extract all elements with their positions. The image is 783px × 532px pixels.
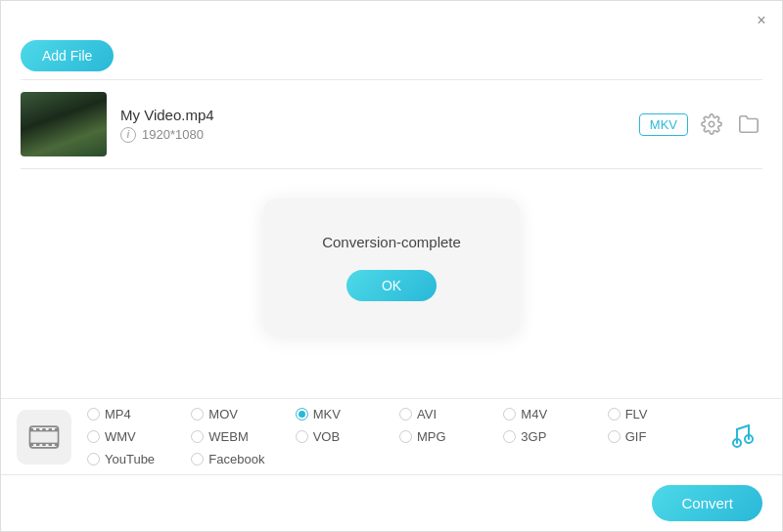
svg-rect-5: [55, 428, 59, 431]
format-label-mp4: MP4: [105, 407, 131, 421]
top-section: Add File: [1, 36, 782, 79]
file-resolution: 1920*1080: [142, 127, 204, 142]
format-label-webm: WEBM: [208, 429, 248, 444]
format-label-avi: AVI: [417, 407, 437, 421]
format-label-wmv: WMV: [105, 429, 136, 444]
format-options-grid: MP4 MOV MKV AVI M4V FLV: [87, 407, 712, 466]
radio-vob[interactable]: [296, 430, 308, 443]
radio-webm[interactable]: [191, 430, 204, 443]
format-label-m4v: M4V: [521, 407, 547, 421]
svg-rect-9: [42, 428, 46, 431]
folder-icon[interactable]: [735, 111, 762, 138]
svg-rect-12: [49, 443, 53, 446]
add-file-button[interactable]: Add File: [21, 40, 114, 71]
dialog-overlay: Conversion-complete OK: [1, 169, 782, 365]
svg-rect-3: [30, 428, 34, 431]
video-format-icon[interactable]: [17, 410, 71, 465]
radio-facebook[interactable]: [191, 453, 204, 466]
svg-rect-11: [49, 428, 53, 431]
format-label-3gp: 3GP: [521, 429, 546, 444]
format-label-mov: MOV: [208, 407, 238, 421]
radio-m4v[interactable]: [503, 408, 516, 421]
radio-mkv[interactable]: [296, 408, 308, 421]
info-icon[interactable]: i: [120, 127, 136, 143]
format-option-webm[interactable]: WEBM: [191, 429, 295, 444]
format-badge[interactable]: MKV: [639, 113, 688, 136]
thumbnail-image: [21, 92, 107, 156]
radio-mpg[interactable]: [399, 430, 412, 443]
title-bar: ×: [1, 1, 782, 36]
format-label-vob: VOB: [313, 429, 340, 444]
svg-rect-10: [42, 443, 46, 446]
radio-gif[interactable]: [608, 430, 621, 443]
file-info: My Video.mp4 i 1920*1080: [120, 107, 625, 143]
format-label-facebook: Facebook: [208, 452, 264, 466]
svg-point-0: [709, 121, 714, 127]
format-option-facebook[interactable]: Facebook: [191, 452, 295, 466]
dialog-message: Conversion-complete: [322, 234, 461, 250]
format-option-avi[interactable]: AVI: [399, 407, 503, 421]
svg-rect-7: [36, 428, 40, 431]
format-option-mpg[interactable]: MPG: [399, 429, 503, 444]
format-option-vob[interactable]: VOB: [296, 429, 399, 444]
convert-bar: Convert: [1, 475, 782, 531]
file-name: My Video.mp4: [120, 107, 625, 123]
format-option-mp4[interactable]: MP4: [87, 407, 191, 421]
format-option-mov[interactable]: MOV: [191, 407, 295, 421]
main-content: Conversion-complete OK: [1, 169, 782, 365]
format-label-gif: GIF: [625, 429, 647, 444]
bottom-section: MP4 MOV MKV AVI M4V FLV: [1, 398, 782, 531]
radio-wmv[interactable]: [87, 430, 100, 443]
format-label-youtube: YouTube: [105, 452, 155, 466]
format-option-m4v[interactable]: M4V: [503, 407, 607, 421]
svg-rect-4: [30, 443, 34, 446]
format-option-gif[interactable]: GIF: [608, 429, 712, 444]
format-label-mkv: MKV: [313, 407, 341, 421]
svg-rect-2: [30, 430, 59, 443]
format-option-wmv[interactable]: WMV: [87, 429, 191, 444]
format-option-3gp[interactable]: 3GP: [503, 429, 607, 444]
settings-icon[interactable]: [698, 111, 725, 138]
conversion-dialog: Conversion-complete OK: [263, 199, 520, 336]
dialog-ok-button[interactable]: OK: [346, 270, 437, 301]
svg-rect-6: [55, 443, 59, 446]
radio-mov[interactable]: [191, 408, 204, 421]
radio-youtube[interactable]: [87, 453, 100, 466]
radio-avi[interactable]: [399, 408, 412, 421]
format-option-mkv[interactable]: MKV: [296, 407, 399, 421]
format-label-mpg: MPG: [417, 429, 446, 444]
format-label-flv: FLV: [625, 407, 648, 421]
format-option-flv[interactable]: FLV: [608, 407, 712, 421]
audio-format-icon[interactable]: [719, 414, 766, 461]
file-meta: i 1920*1080: [120, 127, 625, 143]
svg-rect-8: [36, 443, 40, 446]
file-row: My Video.mp4 i 1920*1080 MKV: [1, 80, 782, 168]
file-thumbnail: [21, 92, 107, 156]
close-button[interactable]: ×: [753, 12, 770, 29]
convert-button[interactable]: Convert: [652, 485, 762, 521]
radio-mp4[interactable]: [87, 408, 100, 421]
file-actions: MKV: [639, 111, 762, 138]
format-option-youtube[interactable]: YouTube: [87, 452, 191, 466]
radio-3gp[interactable]: [503, 430, 516, 443]
format-bar: MP4 MOV MKV AVI M4V FLV: [1, 398, 782, 475]
radio-flv[interactable]: [608, 408, 621, 421]
